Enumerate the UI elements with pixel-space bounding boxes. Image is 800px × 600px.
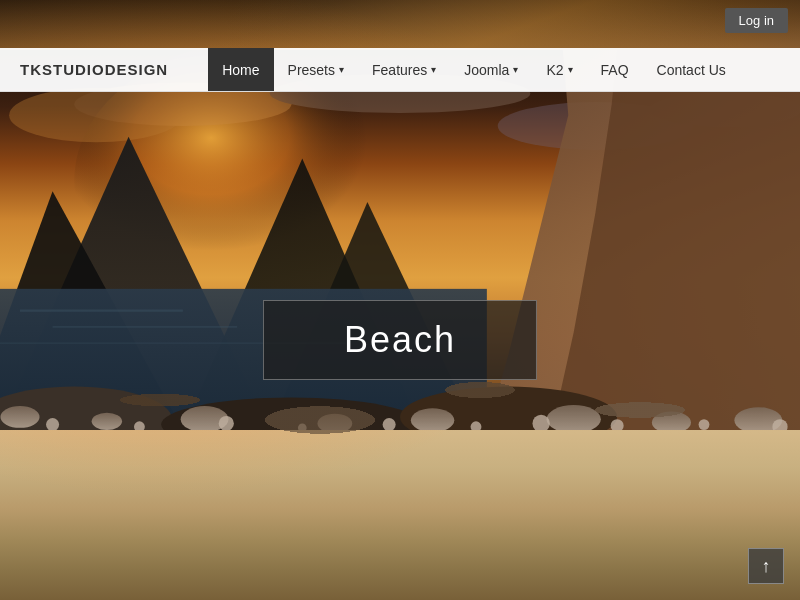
nav-item-presets[interactable]: Presets▾	[274, 48, 358, 91]
scroll-top-button[interactable]: ↑	[748, 548, 784, 584]
nav-item-features[interactable]: Features▾	[358, 48, 450, 91]
chevron-down-icon: ▾	[431, 64, 436, 75]
nav-item-home[interactable]: Home	[208, 48, 273, 91]
navbar: TKSTUDIODESIGN HomePresets▾Features▾Joom…	[0, 48, 800, 92]
chevron-down-icon: ▾	[513, 64, 518, 75]
login-button[interactable]: Log in	[725, 8, 788, 33]
hero-section: Log in TKSTUDIODESIGN HomePresets▾Featur…	[0, 0, 800, 600]
nav-item-contact[interactable]: Contact Us	[643, 48, 740, 91]
arrow-up-icon: ↑	[762, 556, 771, 577]
nav-item-k2[interactable]: K2▾	[532, 48, 586, 91]
hero-title-box: Beach	[263, 300, 537, 380]
brand-logo[interactable]: TKSTUDIODESIGN	[0, 61, 188, 78]
chevron-down-icon: ▾	[568, 64, 573, 75]
nav-menu: HomePresets▾Features▾Joomla▾K2▾FAQContac…	[208, 48, 740, 91]
hero-title: Beach	[344, 319, 456, 361]
top-bar: Log in	[713, 0, 800, 41]
nav-item-faq[interactable]: FAQ	[587, 48, 643, 91]
nav-item-joomla[interactable]: Joomla▾	[450, 48, 532, 91]
chevron-down-icon: ▾	[339, 64, 344, 75]
